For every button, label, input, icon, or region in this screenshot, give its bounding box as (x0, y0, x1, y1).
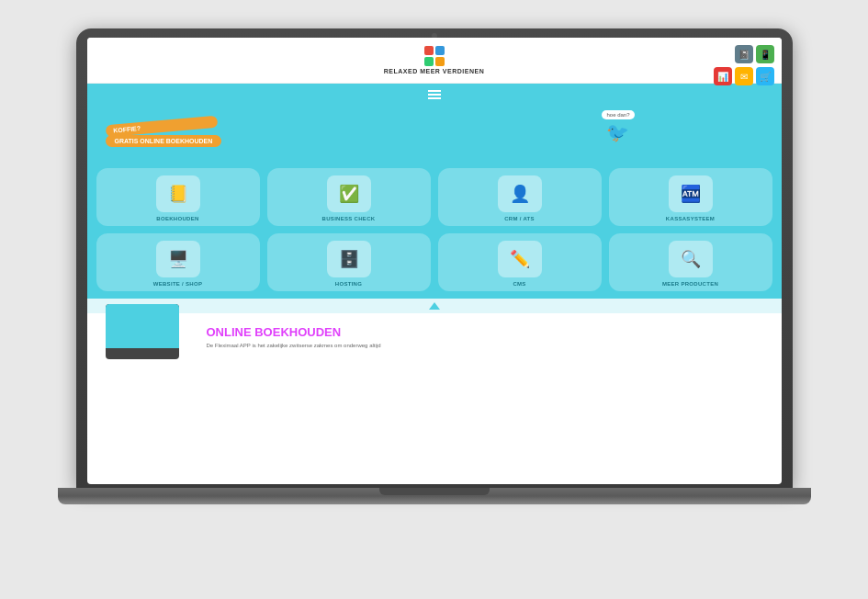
product-crm-ats[interactable]: 👤 CRM / ATS (438, 168, 602, 226)
laptop-screen-frame: RELAXED MEER VERDIENEN 📓 📱 📊 ✉ 🛒 (76, 28, 793, 488)
online-boekhouden-desc: De Fleximaal APP is het zakelijke zwitse… (207, 342, 381, 349)
product-cms[interactable]: ✏️ CMS (438, 233, 602, 291)
crm-ats-label: CRM / ATS (504, 216, 535, 221)
nav-bar: RELAXED MEER VERDIENEN 📓 📱 📊 ✉ 🛒 (87, 38, 782, 84)
laptop-mockup: RELAXED MEER VERDIENEN 📓 📱 📊 ✉ 🛒 (76, 28, 793, 571)
gratis-badge[interactable]: GRATIS ONLINE BOEKHOUDEN (106, 135, 222, 147)
product-boekhouden[interactable]: 📒 BOEKHOUDEN (96, 168, 260, 226)
meer-producten-icon: 🔍 (669, 241, 713, 277)
hero-section: KOFFIE? GRATIS ONLINE BOEKHOUDEN hoe dan… (87, 106, 782, 161)
logo-sq-green (424, 57, 434, 66)
product-hosting[interactable]: 🗄️ HOSTING (267, 233, 431, 291)
boekhouden-icon: 📒 (156, 175, 200, 212)
nav-top-icons: 📓 📱 (735, 45, 774, 63)
hosting-icon: 🗄️ (327, 241, 371, 277)
product-meer-producten[interactable]: 🔍 MEER PRODUCTEN (609, 233, 772, 291)
hamburger-icon (428, 90, 441, 99)
logo-sq-red (424, 46, 434, 55)
laptop-notch (379, 488, 490, 495)
boekhouden-label: BOEKHOUDEN (156, 216, 198, 221)
chart-icon[interactable]: 📊 (714, 67, 732, 85)
phone-icon[interactable]: 📱 (756, 45, 774, 63)
tablet-screen (106, 304, 179, 348)
logo-sq-yellow (435, 57, 445, 66)
logo-text: RELAXED MEER VERDIENEN (384, 68, 484, 74)
hoe-dan-bubble: hoe dan? (602, 110, 634, 119)
logo-area: RELAXED MEER VERDIENEN (384, 46, 484, 74)
kassasysteem-label: KASSASYSTEEM (666, 216, 715, 221)
logo-squares (424, 46, 445, 66)
business-check-label: BUSINESS CHECK (322, 216, 376, 221)
notebook-icon[interactable]: 📓 (735, 45, 753, 63)
product-website-shop[interactable]: 🖥️ WEBSITE / SHOP (96, 233, 260, 291)
hosting-label: HOSTING (335, 281, 362, 287)
bottom-section: ONLINE BOEKHOUDEN De Fleximaal APP is he… (87, 313, 782, 368)
business-check-icon: ✅ (327, 175, 371, 212)
nav-badge-area: 📓 📱 📊 ✉ 🛒 (714, 45, 774, 85)
cart-icon[interactable]: 🛒 (756, 67, 774, 85)
online-boekhouden-title: ONLINE BOEKHOUDEN (207, 325, 381, 339)
bird-area: hoe dan? 🐦 (602, 110, 634, 143)
logo-sq-blue (435, 46, 445, 55)
hamburger-area[interactable] (87, 84, 782, 106)
kassasysteem-icon: 🏧 (669, 175, 713, 212)
products-grid: 📒 BOEKHOUDEN ✅ BUSINESS CHECK 👤 CRM / AT… (87, 161, 782, 299)
ham-line-3 (428, 97, 441, 99)
tablet-preview (106, 304, 179, 359)
ham-line-2 (428, 94, 441, 96)
mail-icon[interactable]: ✉ (735, 67, 753, 85)
product-business-check[interactable]: ✅ BUSINESS CHECK (267, 168, 431, 226)
meer-producten-label: MEER PRODUCTEN (662, 281, 718, 287)
koffie-badge[interactable]: KOFFIE? (105, 115, 217, 137)
product-kassasysteem[interactable]: 🏧 KASSASYSTEEM (609, 168, 772, 226)
nav-bottom-icons: 📊 ✉ 🛒 (714, 67, 774, 85)
arrow-up-icon (429, 302, 440, 310)
laptop-base (58, 488, 811, 504)
screen-content: RELAXED MEER VERDIENEN 📓 📱 📊 ✉ 🛒 (87, 38, 782, 484)
cms-icon: ✏️ (498, 241, 542, 277)
bottom-text-area: ONLINE BOEKHOUDEN De Fleximaal APP is he… (207, 321, 381, 349)
crm-ats-icon: 👤 (498, 175, 542, 212)
website-shop-label: WEBSITE / SHOP (153, 281, 203, 287)
separator-section (87, 299, 782, 313)
bird-icon: 🐦 (606, 121, 629, 143)
cms-label: CMS (513, 281, 525, 287)
ham-line-1 (428, 90, 441, 92)
website-shop-icon: 🖥️ (156, 241, 200, 277)
badges-col: KOFFIE? GRATIS ONLINE BOEKHOUDEN (106, 120, 222, 147)
